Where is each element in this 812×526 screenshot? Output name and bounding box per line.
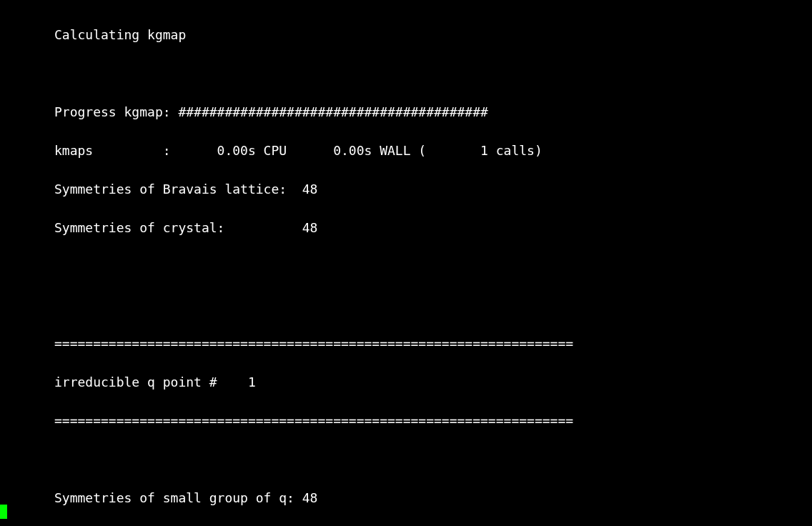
output-sym-bravais: Symmetries of Bravais lattice: 48 (0, 179, 812, 199)
output-divider: ========================================… (0, 334, 812, 353)
output-irreducible: irreducible q point # 1 (0, 372, 812, 392)
output-blank (0, 295, 812, 314)
output-progress: Progress kgmap: ########################… (0, 102, 812, 121)
output-kmaps: kmaps : 0.00s CPU 0.00s WALL ( 1 calls) (0, 141, 812, 160)
output-blank (0, 64, 812, 83)
output-blank (0, 450, 812, 469)
output-sym-crystal: Symmetries of crystal: 48 (0, 218, 812, 237)
output-divider: ========================================… (0, 411, 812, 430)
output-line: Calculating kgmap (0, 25, 812, 44)
output-blank (0, 257, 812, 276)
terminal-output: Calculating kgmap Progress kgmap: ######… (0, 0, 812, 526)
output-sym-small-group: Symmetries of small group of q: 48 (0, 488, 812, 507)
terminal-cursor (0, 505, 7, 519)
